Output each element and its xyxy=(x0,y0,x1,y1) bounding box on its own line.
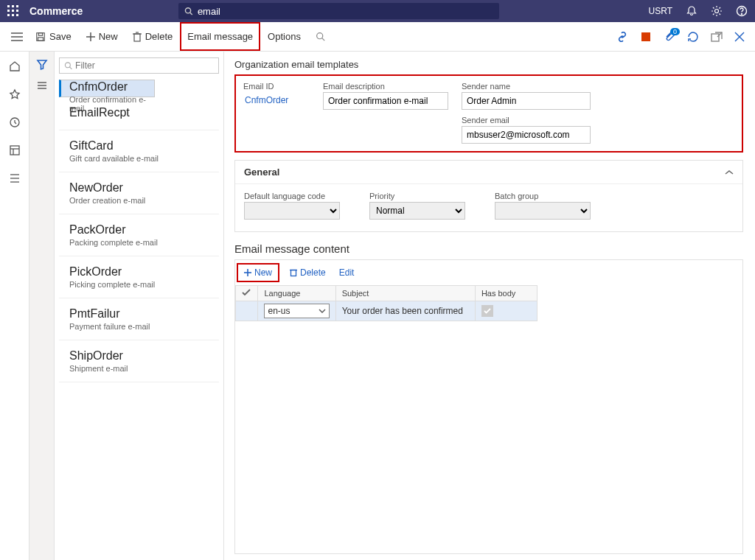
help-icon[interactable] xyxy=(736,5,748,17)
language-value: en-us xyxy=(268,306,290,316)
delete-button[interactable]: Delete xyxy=(125,22,181,51)
list-item[interactable]: GiftCardGift card available e-mail xyxy=(59,130,219,172)
list-icon[interactable] xyxy=(36,81,48,90)
list-item-title: PmtFailur xyxy=(69,307,209,321)
header-section: Email ID CnfmOrder Email description Sen… xyxy=(234,74,743,153)
new-button[interactable]: New xyxy=(79,22,125,51)
svg-rect-5 xyxy=(16,10,18,12)
check-icon[interactable] xyxy=(242,289,251,296)
general-panel: General Default language code Priority N… xyxy=(234,160,743,232)
search-input[interactable] xyxy=(198,6,494,17)
subject-cell[interactable]: Your order has been confirmed xyxy=(335,301,475,321)
table-row[interactable]: en-us Your order has been confirmed xyxy=(236,301,537,321)
grid-new-button[interactable]: New xyxy=(237,263,279,282)
search-box[interactable] xyxy=(178,3,499,19)
list-item-title: NewOrder xyxy=(69,181,209,195)
svg-rect-18 xyxy=(38,32,42,35)
filter-input[interactable] xyxy=(75,60,214,71)
list-item-title: CnfmOrder xyxy=(69,80,151,94)
sender-name-input[interactable] xyxy=(462,92,591,110)
email-desc-input[interactable] xyxy=(323,92,448,110)
chevron-down-icon xyxy=(319,309,326,313)
page-title: Organization email templates xyxy=(234,59,743,70)
list-item-sub: Picking complete e-mail xyxy=(69,280,209,289)
svg-point-9 xyxy=(186,8,191,13)
brand-label: Commerce xyxy=(29,5,83,17)
modules-icon[interactable] xyxy=(9,172,21,184)
search-icon xyxy=(184,7,193,15)
email-message-button[interactable]: Email message xyxy=(180,22,260,51)
link-icon[interactable] xyxy=(616,32,628,42)
svg-rect-33 xyxy=(10,146,19,155)
refresh-icon[interactable] xyxy=(687,31,699,43)
list-item[interactable]: PickOrderPicking complete e-mail xyxy=(59,256,219,298)
svg-line-10 xyxy=(190,13,192,15)
bell-icon[interactable] xyxy=(686,5,697,17)
list-item-title: EmailRecpt xyxy=(69,106,209,119)
company-label[interactable]: USRT xyxy=(649,6,672,16)
email-id-label: Email ID xyxy=(243,82,310,91)
sender-email-input[interactable] xyxy=(462,126,591,144)
svg-point-25 xyxy=(317,33,323,39)
top-bar: Commerce USRT xyxy=(0,0,755,22)
cmd-search-button[interactable] xyxy=(308,22,333,51)
command-bar: Save New Delete Email message Options 0 xyxy=(0,22,755,52)
svg-rect-6 xyxy=(7,14,10,16)
list-item-title: ShipOrder xyxy=(69,349,209,363)
search-icon xyxy=(316,32,325,41)
main-content: Organization email templates Email ID Cn… xyxy=(224,52,755,560)
email-message-label: Email message xyxy=(187,31,253,42)
hasbody-checkbox[interactable] xyxy=(481,305,493,317)
list-item[interactable]: PmtFailurPayment failure e-mail xyxy=(59,298,219,340)
lang-select[interactable] xyxy=(244,202,340,220)
close-icon[interactable] xyxy=(734,32,745,42)
grid-edit-button[interactable]: Edit xyxy=(336,266,358,279)
attachment-count: 0 xyxy=(670,28,680,35)
language-dropdown[interactable]: en-us xyxy=(264,304,329,318)
svg-rect-8 xyxy=(16,14,18,16)
favorite-icon[interactable] xyxy=(9,88,21,100)
delete-label: Delete xyxy=(145,31,173,42)
grid-delete-button[interactable]: Delete xyxy=(287,266,329,279)
save-button[interactable]: Save xyxy=(28,22,79,51)
list-item[interactable]: CnfmOrderOrder confirmation e-mail xyxy=(59,80,155,97)
workspace-icon[interactable] xyxy=(9,144,21,156)
popout-icon[interactable] xyxy=(711,32,723,42)
prio-select[interactable]: Normal xyxy=(369,202,465,220)
search-icon xyxy=(64,61,72,70)
content-title: Email message content xyxy=(234,242,743,255)
col-language[interactable]: Language xyxy=(258,286,335,301)
filter-box[interactable] xyxy=(59,57,219,74)
list-item-title: GiftCard xyxy=(69,139,209,153)
options-button[interactable]: Options xyxy=(260,22,308,51)
app-launcher-icon[interactable] xyxy=(7,5,19,17)
batch-select[interactable] xyxy=(495,202,591,220)
content-grid: New Delete Edit Language Subject Has bod… xyxy=(234,259,743,554)
svg-rect-0 xyxy=(7,5,10,7)
list-item[interactable]: ShipOrderShipment e-mail xyxy=(59,340,219,382)
trash-icon xyxy=(290,268,297,277)
save-icon xyxy=(35,32,46,42)
filter-icon[interactable] xyxy=(36,59,48,71)
attachments-button[interactable]: 0 xyxy=(664,31,675,43)
list-item[interactable]: NewOrderOrder creation e-mail xyxy=(59,172,219,214)
home-icon[interactable] xyxy=(9,60,21,72)
svg-rect-19 xyxy=(38,37,44,40)
svg-point-13 xyxy=(742,14,742,15)
office-icon[interactable] xyxy=(640,31,652,43)
col-subject[interactable]: Subject xyxy=(335,286,475,301)
chevron-up-icon[interactable] xyxy=(725,169,734,175)
hamburger-icon[interactable] xyxy=(6,32,28,41)
list-item-sub: Shipment e-mail xyxy=(69,364,209,373)
email-id-link[interactable]: CnfmOrder xyxy=(243,92,310,108)
gear-icon[interactable] xyxy=(711,5,723,17)
list-item-sub: Gift card available e-mail xyxy=(69,154,209,163)
trash-icon xyxy=(133,32,142,42)
options-label: Options xyxy=(268,31,301,42)
list-item[interactable]: PackOrderPacking complete e-mail xyxy=(59,214,219,256)
svg-line-26 xyxy=(322,38,324,41)
recent-icon[interactable] xyxy=(9,116,21,128)
col-hasbody[interactable]: Has body xyxy=(475,286,537,301)
svg-rect-7 xyxy=(12,14,14,16)
svg-rect-3 xyxy=(7,10,10,12)
